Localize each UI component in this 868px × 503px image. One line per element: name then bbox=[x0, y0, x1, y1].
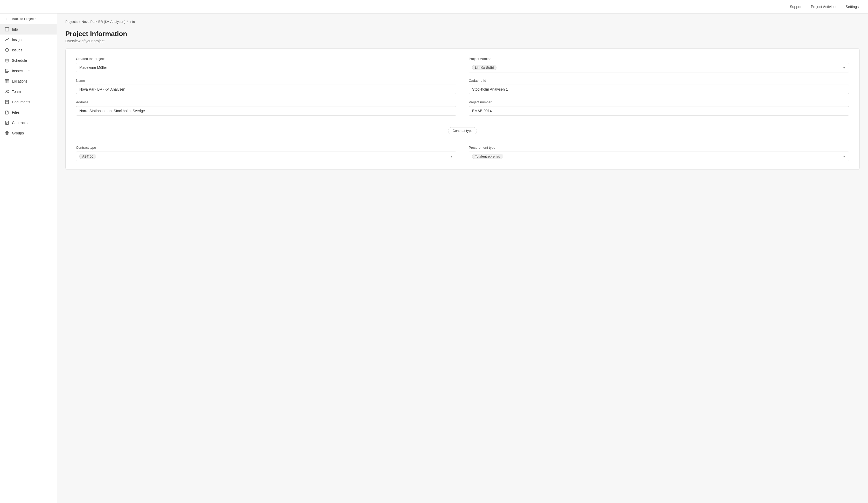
sidebar-item-documents[interactable]: Documents bbox=[0, 97, 57, 107]
insights-icon bbox=[5, 37, 9, 42]
cadastre-group: Cadastre Id bbox=[469, 79, 849, 94]
project-admins-group: Project Admins Linnéa Ståhl ▼ bbox=[469, 57, 849, 72]
sidebar: ← Back to Projects Info Insights Issues bbox=[0, 13, 57, 503]
name-label: Name bbox=[76, 79, 456, 82]
main-content: Projects / Nova Park BR (Kv. Analysen) /… bbox=[57, 13, 868, 503]
admins-label: Project Admins bbox=[469, 57, 849, 61]
project-number-input[interactable] bbox=[469, 106, 849, 115]
app-layout: ← Back to Projects Info Insights Issues bbox=[0, 13, 868, 503]
address-label: Address bbox=[76, 100, 456, 104]
svg-point-21 bbox=[8, 90, 9, 91]
contracts-icon bbox=[5, 120, 9, 125]
contract-type-select[interactable]: ABT 06 ▼ bbox=[76, 152, 456, 161]
sidebar-item-locations[interactable]: Locations bbox=[0, 76, 57, 87]
team-icon bbox=[5, 89, 9, 94]
procurement-label: Procurement type bbox=[469, 145, 849, 150]
back-to-projects[interactable]: ← Back to Projects bbox=[0, 13, 57, 24]
contract-type-chevron-icon: ▼ bbox=[450, 155, 453, 158]
svg-rect-32 bbox=[7, 131, 8, 133]
support-button[interactable]: Support bbox=[787, 3, 806, 10]
project-number-group: Project number bbox=[469, 100, 849, 115]
address-input[interactable] bbox=[76, 106, 456, 115]
sidebar-item-schedule[interactable]: Schedule bbox=[0, 55, 57, 66]
topbar-actions: Support Project Activities Settings bbox=[787, 3, 862, 10]
sidebar-item-issues[interactable]: Issues bbox=[0, 45, 57, 55]
breadcrumb-current: Info bbox=[130, 20, 135, 24]
project-info-card: Created the project Project Admins Linné… bbox=[65, 48, 860, 170]
procurement-select[interactable]: Totalentreprenad ▼ bbox=[469, 152, 849, 161]
procurement-tag: Totalentreprenad bbox=[472, 154, 503, 159]
name-input[interactable] bbox=[76, 84, 456, 94]
breadcrumb-project-name[interactable]: Nova Park BR (Kv. Analysen) bbox=[82, 20, 125, 24]
inspections-icon bbox=[5, 69, 9, 73]
topbar: Support Project Activities Settings bbox=[0, 0, 868, 13]
contract-form-section: Contract type ABT 06 ▼ Procurement type … bbox=[65, 137, 859, 170]
address-group: Address bbox=[76, 100, 456, 115]
back-icon: ← bbox=[5, 16, 9, 21]
procurement-chevron-icon: ▼ bbox=[843, 155, 846, 158]
contract-type-group: Contract type ABT 06 ▼ bbox=[76, 145, 456, 161]
sidebar-item-insights[interactable]: Insights bbox=[0, 34, 57, 45]
project-activities-button[interactable]: Project Activities bbox=[808, 3, 840, 10]
svg-point-5 bbox=[7, 51, 7, 51]
breadcrumb-projects[interactable]: Projects bbox=[65, 20, 78, 24]
project-name-group: Name bbox=[76, 79, 456, 94]
contract-type-label: Contract type bbox=[76, 145, 456, 150]
contract-type-divider-label: Contract type bbox=[448, 127, 477, 134]
sidebar-item-files[interactable]: Files bbox=[0, 107, 57, 118]
project-number-label: Project number bbox=[469, 100, 849, 104]
files-icon bbox=[5, 110, 9, 115]
info-icon bbox=[5, 27, 9, 32]
svg-rect-6 bbox=[6, 59, 9, 62]
svg-rect-30 bbox=[5, 133, 7, 134]
documents-icon bbox=[5, 100, 9, 104]
created-input[interactable] bbox=[76, 63, 456, 72]
svg-point-20 bbox=[6, 90, 7, 92]
created-label: Created the project bbox=[76, 57, 456, 61]
breadcrumb-sep-1: / bbox=[79, 20, 80, 24]
settings-button[interactable]: Settings bbox=[842, 3, 862, 10]
sidebar-item-contracts[interactable]: Contracts bbox=[0, 118, 57, 128]
locations-icon bbox=[5, 79, 9, 83]
svg-rect-31 bbox=[8, 133, 9, 134]
schedule-icon bbox=[5, 58, 9, 63]
cadastre-input[interactable] bbox=[469, 84, 849, 94]
contract-type-divider: Contract type bbox=[65, 124, 859, 137]
contract-type-tag: ABT 06 bbox=[79, 154, 96, 159]
admins-select[interactable]: Linnéa Ståhl ▼ bbox=[469, 63, 849, 72]
sidebar-item-groups[interactable]: Groups bbox=[0, 128, 57, 138]
breadcrumb: Projects / Nova Park BR (Kv. Analysen) /… bbox=[65, 20, 860, 24]
admins-chevron-icon: ▼ bbox=[843, 66, 846, 70]
main-form-section: Created the project Project Admins Linné… bbox=[65, 49, 859, 124]
created-project-group: Created the project bbox=[76, 57, 456, 72]
svg-rect-15 bbox=[5, 79, 9, 83]
cadastre-label: Cadastre Id bbox=[469, 79, 849, 82]
breadcrumb-sep-2: / bbox=[127, 20, 128, 24]
admin-tag: Linnéa Ståhl bbox=[472, 65, 496, 70]
svg-point-2 bbox=[7, 28, 7, 29]
form-grid-main: Created the project Project Admins Linné… bbox=[76, 57, 849, 115]
procurement-type-group: Procurement type Totalentreprenad ▼ bbox=[469, 145, 849, 161]
issues-icon bbox=[5, 48, 9, 52]
form-grid-contract: Contract type ABT 06 ▼ Procurement type … bbox=[76, 145, 849, 161]
page-subtitle: Overview of your project bbox=[65, 39, 860, 43]
groups-icon bbox=[5, 131, 9, 135]
sidebar-item-info[interactable]: Info bbox=[0, 24, 57, 34]
sidebar-item-team[interactable]: Team bbox=[0, 87, 57, 97]
page-title: Project Information bbox=[65, 30, 860, 38]
sidebar-item-inspections[interactable]: Inspections bbox=[0, 66, 57, 76]
